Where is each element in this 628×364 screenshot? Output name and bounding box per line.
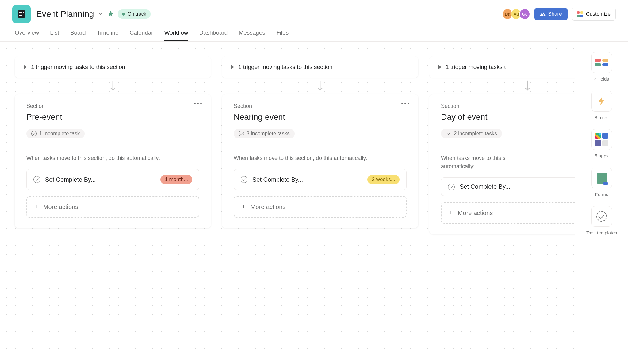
- rule-badge: 2 weeks...: [367, 175, 400, 184]
- svg-rect-3: [23, 12, 24, 13]
- rule-card[interactable]: Set Complete By...: [441, 177, 575, 196]
- customize-button[interactable]: Customize: [572, 8, 616, 21]
- trigger-card[interactable]: 1 trigger moving tasks t: [429, 56, 575, 78]
- customize-icon: [577, 11, 583, 17]
- customize-sidebar: 4 fields 8 rules 5 apps Forms Task templ…: [575, 42, 628, 353]
- trigger-text: 1 trigger moving tasks to this section: [31, 64, 125, 70]
- forms-icon: [597, 173, 607, 184]
- incomplete-tasks-pill[interactable]: 2 incomplete tasks: [441, 129, 502, 138]
- svg-rect-2: [19, 15, 22, 16]
- tab-files[interactable]: Files: [276, 29, 289, 41]
- trigger-card[interactable]: 1 trigger moving tasks to this section: [15, 56, 211, 78]
- section-label: Section: [234, 103, 407, 109]
- svg-rect-1: [19, 12, 22, 13]
- arrow-down-icon: [109, 80, 117, 92]
- arrow-down-icon: [316, 80, 324, 92]
- sidebar-rules[interactable]: 8 rules: [591, 91, 612, 121]
- incomplete-tasks-pill[interactable]: 3 incomplete tasks: [234, 129, 295, 138]
- sidebar-task-templates[interactable]: Task templates: [586, 206, 617, 236]
- section-label: Section: [441, 103, 575, 109]
- check-circle-dashed-icon: [596, 211, 607, 222]
- sidebar-apps[interactable]: 5 apps: [591, 129, 612, 159]
- status-text: On track: [128, 11, 146, 17]
- fields-icon: [595, 59, 608, 66]
- project-title[interactable]: Event Planning: [36, 9, 94, 19]
- tab-workflow[interactable]: Workflow: [164, 29, 188, 41]
- status-dot-icon: [122, 13, 125, 16]
- avatar[interactable]: Ge: [519, 9, 530, 20]
- triangle-right-icon: [231, 65, 234, 69]
- more-actions-button[interactable]: + More actions: [441, 202, 575, 224]
- section-card: Section Day of event 2 incomplete tasks …: [429, 94, 575, 234]
- rule-text: Set Complete By...: [45, 176, 155, 183]
- section-name[interactable]: Day of event: [441, 112, 575, 122]
- tab-board[interactable]: Board: [70, 29, 86, 41]
- rule-card[interactable]: Set Complete By... 1 month...: [26, 169, 199, 190]
- more-actions-button[interactable]: + More actions: [234, 196, 407, 218]
- bolt-icon: [597, 96, 607, 106]
- svg-rect-0: [18, 10, 25, 18]
- check-circle-icon: [446, 131, 451, 136]
- automation-label: When tasks move to this section, do this…: [234, 154, 407, 162]
- trigger-text: 1 trigger moving tasks t: [446, 64, 506, 70]
- automation-label: When tasks move to this sautomatically:: [441, 154, 575, 171]
- check-circle-icon: [448, 184, 455, 190]
- arrow-down-icon: [524, 80, 531, 92]
- tab-overview[interactable]: Overview: [15, 29, 39, 41]
- section-name[interactable]: Pre-event: [26, 112, 199, 122]
- check-circle-icon: [33, 176, 40, 183]
- chevron-down-icon[interactable]: [98, 10, 104, 18]
- plus-icon: +: [449, 209, 453, 217]
- more-actions-button[interactable]: + More actions: [26, 196, 199, 218]
- customize-label: Customize: [586, 11, 611, 17]
- incomplete-tasks-pill[interactable]: 1 incomplete task: [26, 129, 85, 138]
- rule-text: Set Complete By...: [460, 183, 575, 190]
- tab-timeline[interactable]: Timeline: [97, 29, 118, 41]
- triangle-right-icon: [24, 65, 27, 69]
- plus-icon: +: [34, 203, 38, 211]
- sidebar-fields[interactable]: 4 fields: [591, 52, 612, 82]
- trigger-text: 1 trigger moving tasks to this section: [238, 64, 332, 70]
- section-card: Section Pre-event 1 incomplete task When…: [15, 94, 211, 228]
- section-name[interactable]: Nearing event: [234, 112, 407, 122]
- project-icon[interactable]: [12, 5, 31, 23]
- plus-icon: +: [242, 203, 246, 211]
- share-button[interactable]: Share: [534, 8, 567, 20]
- automation-label: When tasks move to this section, do this…: [26, 154, 199, 162]
- tabs: OverviewListBoardTimelineCalendarWorkflo…: [0, 23, 628, 42]
- apps-icon: [595, 133, 608, 146]
- tab-list[interactable]: List: [50, 29, 59, 41]
- rule-text: Set Complete By...: [252, 176, 362, 183]
- tab-dashboard[interactable]: Dashboard: [199, 29, 228, 41]
- star-icon[interactable]: [107, 10, 114, 18]
- section-card: Section Nearing event 3 incomplete tasks…: [222, 94, 418, 228]
- status-pill[interactable]: On track: [118, 9, 150, 19]
- tab-messages[interactable]: Messages: [239, 29, 265, 41]
- sidebar-forms[interactable]: Forms: [591, 168, 612, 198]
- more-icon[interactable]: [194, 103, 202, 104]
- check-circle-icon: [241, 176, 247, 183]
- triangle-right-icon: [438, 65, 441, 69]
- avatar-stack[interactable]: Da Au Ge: [502, 9, 530, 20]
- section-label: Section: [26, 103, 199, 109]
- trigger-card[interactable]: 1 trigger moving tasks to this section: [222, 56, 418, 78]
- share-label: Share: [548, 11, 562, 17]
- tab-calendar[interactable]: Calendar: [130, 29, 153, 41]
- rule-card[interactable]: Set Complete By... 2 weeks...: [234, 169, 407, 190]
- check-circle-icon: [31, 131, 37, 136]
- more-icon[interactable]: [401, 103, 409, 104]
- rule-badge: 1 month...: [160, 175, 192, 184]
- people-icon: [540, 11, 546, 17]
- check-circle-icon: [239, 131, 244, 136]
